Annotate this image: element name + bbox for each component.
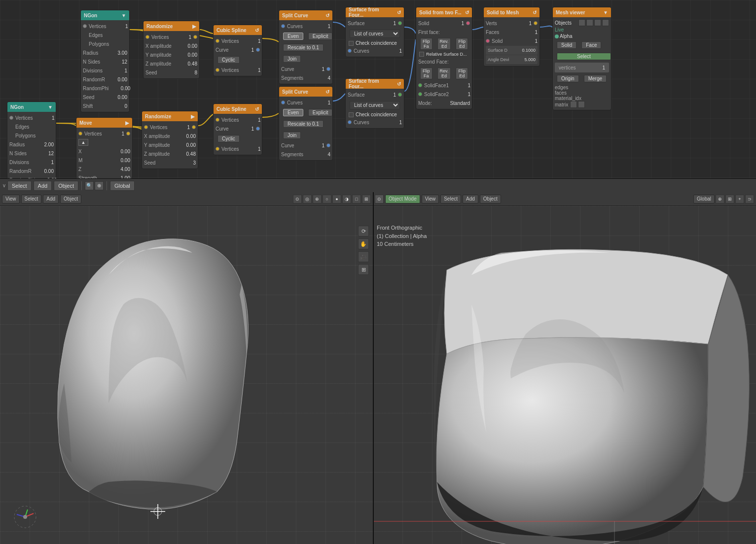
node-randomize1[interactable]: Randomize ▶ Vertices 1 X amplitude 0.00 …: [143, 21, 200, 79]
flip-fa2-btn[interactable]: Flip Fa: [420, 68, 432, 79]
view-btn-left[interactable]: View: [2, 195, 20, 204]
socket-vert-out-c2[interactable]: [216, 147, 219, 151]
merge-btn-mv[interactable]: Merge: [584, 75, 607, 82]
list-of-curves-sf2[interactable]: List of curves: [350, 101, 400, 109]
even-btn-s2[interactable]: Even: [283, 109, 303, 116]
socket-vertices-out2[interactable]: [9, 116, 13, 120]
socket-curves-in-s2[interactable]: [281, 101, 285, 104]
node-mesh-viewer[interactable]: Mesh viewer ▼ Objects Live Alpha: [552, 7, 612, 110]
socket-curves-in-sf2[interactable]: [348, 120, 352, 124]
side-icon1[interactable]: ⟳: [358, 226, 369, 237]
socket-vert-in-c2[interactable]: [216, 118, 219, 122]
socket-surface-out-sf1[interactable]: [398, 21, 402, 25]
check-coincidence-cb-sf1[interactable]: [349, 41, 354, 46]
list-of-curves-sf1[interactable]: List of curves: [350, 30, 400, 38]
node-cubic-spline1[interactable]: Cubic Spline ↺ Vertices 1 Curve 1 Cyclic…: [213, 25, 262, 76]
socket-vert-in-c1[interactable]: [216, 39, 219, 43]
global-btn-right[interactable]: Global: [693, 195, 715, 204]
side-icon4[interactable]: ⊞: [358, 264, 369, 275]
select-btn-toolbar[interactable]: Select: [7, 181, 32, 191]
join-btn-s1[interactable]: Join: [283, 55, 301, 63]
socket-vert-out-move[interactable]: [126, 132, 130, 136]
explicit-btn-s1[interactable]: Explicit: [308, 33, 333, 40]
object-btn-left[interactable]: Object: [60, 195, 81, 204]
object-btn-right[interactable]: Object: [480, 195, 501, 204]
node-surface1[interactable]: Surface from Four... ↺ Surface 1 List of…: [345, 7, 404, 57]
vp-right-icon5[interactable]: ⊃: [745, 195, 754, 204]
node-split-curve2[interactable]: Split Curve ↺ Curves 1 Even Explicit Res…: [279, 86, 333, 161]
add-btn-toolbar[interactable]: Add: [34, 181, 52, 191]
node-solid-two[interactable]: Solid from two F... ↺ Solid 1 First face…: [416, 7, 472, 109]
move-arrow-up[interactable]: ▲: [78, 139, 88, 146]
flip-ed-btn[interactable]: Flip Ed: [456, 38, 468, 50]
socket-solid-in-sm[interactable]: [486, 39, 490, 43]
socket-curves-in-sf1[interactable]: [348, 49, 352, 53]
flip-fa-btn[interactable]: Flip Fa: [420, 38, 432, 50]
rescale-btn-s2[interactable]: Rescale to 0.1: [283, 120, 324, 128]
socket-curve-out-s1[interactable]: [326, 67, 330, 71]
select-btn-left[interactable]: Select: [21, 195, 42, 204]
relative-surface-cb[interactable]: [419, 52, 424, 57]
socket-vert-in-move[interactable]: [78, 132, 82, 136]
zoom-btn[interactable]: ⊕: [95, 181, 104, 190]
object-mode-btn-right[interactable]: Object Mode: [385, 195, 420, 204]
node-surface2[interactable]: Surface from Four... ↺ Surface 1 List of…: [345, 78, 404, 129]
socket-vert-out2[interactable]: [192, 125, 196, 129]
socket-curves-in-s1[interactable]: [281, 24, 285, 28]
viewport-icon2[interactable]: ◎: [303, 195, 312, 204]
side-icon3[interactable]: 🎥: [358, 251, 369, 262]
socket-curve-out-c2[interactable]: [256, 127, 260, 131]
socket-solid-out-st[interactable]: [466, 21, 470, 25]
socket-verts-out-sm[interactable]: [534, 21, 538, 25]
node-editor[interactable]: NGon ▼ Vertices 1 Edges Polygons Radius …: [0, 0, 756, 192]
node-randomize2[interactable]: Randomize ▶ Vertices 1 X amplitude 0.00 …: [142, 111, 198, 169]
node-solid-mesh[interactable]: Solid to Mesh ↺ Verts 1 Faces 1 Solid 1 …: [483, 7, 540, 67]
node-move[interactable]: Move ▶ Vertices 1 ▲ X 0.00 M 0.00 Z: [76, 117, 133, 184]
view-btn-right[interactable]: View: [422, 195, 439, 204]
select-btn-mv[interactable]: Select: [557, 53, 611, 60]
node-cubic-spline2[interactable]: Cubic Spline ↺ Vertices 1 Curve 1 Cyclic…: [213, 103, 262, 155]
socket-vert-in2[interactable]: [144, 125, 148, 129]
viewport-right[interactable]: ⊙ Object Mode View Select Add Object Glo…: [373, 192, 756, 544]
socket-curve-out-c1[interactable]: [256, 48, 260, 52]
rev-ed2-btn[interactable]: Rev. Ed: [437, 68, 451, 79]
viewport-icon5[interactable]: ●: [332, 195, 341, 204]
object-btn-toolbar[interactable]: Object: [54, 181, 78, 191]
add-btn-left[interactable]: Add: [43, 195, 59, 204]
view-btn2[interactable]: [594, 19, 601, 26]
add-btn-right[interactable]: Add: [463, 195, 478, 204]
viewport-icon8[interactable]: ⊞: [362, 195, 371, 204]
viewport-left[interactable]: View Select Add Object ⊙ ◎ ⊕ ○ ● ◑ □ ⊞: [0, 192, 373, 544]
side-icon2[interactable]: ✋: [358, 238, 369, 249]
socket-curve-out-s2[interactable]: [326, 143, 330, 147]
global-btn-toolbar[interactable]: Global: [110, 181, 135, 191]
origin-btn-mv[interactable]: Origin: [557, 75, 579, 82]
node-ngon1[interactable]: NGon ▼ Vertices 1 Edges Polygons Radius …: [80, 10, 130, 112]
socket-vert-out-c1[interactable]: [216, 68, 219, 72]
flip-ed2-btn[interactable]: Flip Ed: [456, 68, 468, 79]
check-coincidence-cb-sf2[interactable]: [349, 112, 354, 117]
node-split-curve1[interactable]: Split Curve ↺ Curves 1 Even Explicit Res…: [279, 10, 333, 84]
rescale-btn-s1[interactable]: Rescale to 0.1: [283, 44, 324, 51]
face-btn-mv[interactable]: Face: [581, 41, 601, 49]
view-btn1[interactable]: [586, 19, 593, 26]
socket-vert-in1[interactable]: [145, 35, 149, 39]
rev-ed-btn[interactable]: Rev. Ed: [437, 38, 451, 50]
socket-surface-out-sf2[interactable]: [398, 93, 402, 97]
socket-solidface1-in[interactable]: [418, 83, 422, 87]
matrix-btn1[interactable]: [570, 101, 577, 108]
viewport-icon3[interactable]: ⊕: [313, 195, 322, 204]
vp-right-icon2[interactable]: ⊕: [716, 195, 724, 204]
even-btn-s1[interactable]: Even: [283, 33, 303, 40]
viewport-icon7[interactable]: □: [352, 195, 361, 204]
vp-right-icon3[interactable]: ⊞: [725, 195, 734, 204]
live-icon[interactable]: [578, 19, 585, 26]
select-btn-right[interactable]: Select: [440, 195, 461, 204]
vp-right-icon4[interactable]: +: [735, 195, 744, 204]
socket-vert-out1[interactable]: [193, 35, 197, 39]
viewport-icon1[interactable]: ⊙: [293, 195, 302, 204]
cyclic-btn-c1[interactable]: Cyclic: [217, 56, 240, 64]
explicit-btn-s2[interactable]: Explicit: [308, 109, 333, 116]
viewport-icon6[interactable]: ◑: [342, 195, 351, 204]
cyclic-btn-c2[interactable]: Cyclic: [217, 135, 240, 142]
